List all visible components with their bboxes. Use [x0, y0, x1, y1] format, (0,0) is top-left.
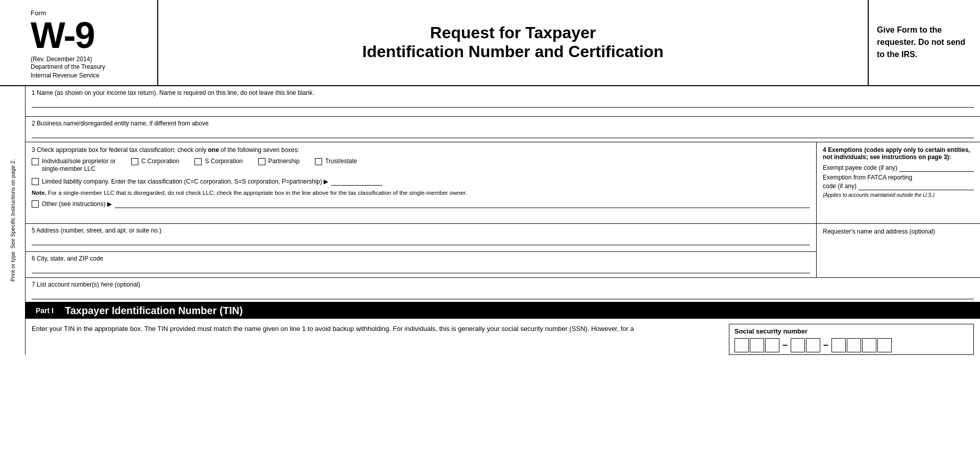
- field5-input[interactable]: [32, 235, 810, 245]
- field1-row: 1 Name (as shown on your income tax retu…: [26, 86, 980, 117]
- form-body: See Specific Instructions on page 2. Pri…: [0, 86, 980, 355]
- side-label-inner: See Specific Instructions on page 2. Pri…: [10, 159, 16, 282]
- note-content: For a single-member LLC that is disregar…: [48, 190, 467, 196]
- side-label-text1: See Specific Instructions on page 2.: [10, 159, 16, 249]
- part1-intro: Enter your TIN in the appropriate box. T…: [32, 324, 719, 355]
- requester-box: Requester's name and address (optional): [817, 224, 980, 277]
- ssn-cell-4[interactable]: [791, 338, 805, 352]
- classification-row: 3 Check appropriate box for federal tax …: [26, 142, 980, 224]
- ssn-cell-3[interactable]: [765, 338, 779, 352]
- ssn-dash2: –: [822, 340, 829, 350]
- field5-label: 5 Address (number, street, and apt. or s…: [32, 227, 810, 234]
- form-fields: 1 Name (as shown on your income tax retu…: [26, 86, 980, 355]
- field6-label: 6 City, state, and ZIP code: [32, 255, 810, 262]
- field7-input[interactable]: [32, 289, 974, 299]
- form-header: Form W-9 (Rev. December 2014) Department…: [0, 0, 980, 86]
- ssn-cell-1[interactable]: [734, 338, 749, 352]
- field3-label: 3 Check appropriate box for federal tax …: [32, 146, 810, 153]
- llc-input[interactable]: [331, 177, 382, 186]
- field6-row: 6 City, state, and ZIP code: [26, 252, 816, 277]
- w9-form: Form W-9 (Rev. December 2014) Department…: [0, 0, 980, 355]
- ssn-segment1: [734, 338, 779, 352]
- ssn-cell-7[interactable]: [847, 338, 861, 352]
- field6-input[interactable]: [32, 263, 810, 273]
- header-center: Request for Taxpayer Identification Numb…: [158, 0, 868, 85]
- classification-left: 3 Check appropriate box for federal tax …: [26, 142, 817, 223]
- other-row: Other (see instructions) ▶: [32, 200, 810, 208]
- field5-row: 5 Address (number, street, and apt. or s…: [26, 224, 816, 252]
- checkbox-partnership-label: Partnership: [268, 158, 300, 166]
- field1-input[interactable]: [32, 97, 974, 108]
- checkbox-scorp: S Corporation: [194, 158, 242, 166]
- ssn-cell-2[interactable]: [750, 338, 764, 352]
- checkbox-trust: Trust/estate: [315, 158, 357, 166]
- checkbox-ccorp-label: C Corporation: [141, 158, 180, 166]
- ssn-segment2: [791, 338, 820, 352]
- form-rev: (Rev. December 2014): [31, 56, 147, 63]
- field7-row: 7 List account number(s) here (optional): [26, 277, 980, 303]
- checkbox-trust-box[interactable]: [315, 158, 322, 165]
- other-label: Other (see instructions) ▶: [42, 200, 112, 208]
- exemptions-label: 4 Exemptions (codes apply only to certai…: [823, 146, 974, 161]
- ssn-inputs: – –: [734, 338, 968, 352]
- checkbox-other-box[interactable]: [32, 200, 39, 208]
- other-input[interactable]: [115, 200, 810, 208]
- ssn-segment3: [831, 338, 892, 352]
- ssn-cell-8[interactable]: [862, 338, 876, 352]
- ssn-dash1: –: [781, 340, 789, 350]
- part1-label: Part I: [32, 305, 58, 316]
- checkbox-individual: Individual/sole proprietor orsingle-memb…: [32, 158, 116, 173]
- ssn-label: Social security number: [734, 327, 968, 335]
- exempt-payee-input[interactable]: [899, 164, 974, 172]
- checkbox-individual-box[interactable]: [32, 158, 39, 165]
- side-label: See Specific Instructions on page 2. Pri…: [0, 86, 26, 355]
- checkbox-partnership: Partnership: [258, 158, 300, 166]
- address-left: 5 Address (number, street, and apt. or s…: [26, 224, 817, 277]
- ssn-box: Social security number – –: [729, 324, 974, 355]
- form-dept1: Department of the Treasury: [31, 63, 147, 71]
- checkbox-individual-label: Individual/sole proprietor orsingle-memb…: [42, 158, 116, 173]
- header-title-line1: Request for Taxpayer: [430, 23, 596, 42]
- checkbox-partnership-box[interactable]: [258, 158, 265, 165]
- fatca-input[interactable]: [859, 182, 974, 190]
- exempt-payee-row: Exempt payee code (if any): [823, 164, 974, 172]
- part1-body: Enter your TIN in the appropriate box. T…: [26, 319, 980, 355]
- llc-row: Limited liability company. Enter the tax…: [32, 177, 810, 186]
- requester-label: Requester's name and address (optional): [823, 228, 974, 235]
- ssn-cell-9[interactable]: [877, 338, 892, 352]
- header-right-text: Give Form to the requester. Do not send …: [877, 24, 972, 61]
- checkbox-scorp-box[interactable]: [194, 158, 202, 165]
- checkbox-row1: Individual/sole proprietor orsingle-memb…: [32, 158, 810, 173]
- field2-label: 2 Business name/disregarded entity name,…: [32, 120, 974, 127]
- checkbox-ccorp: C Corporation: [131, 158, 180, 166]
- header-right: Give Form to the requester. Do not send …: [868, 0, 980, 85]
- field7-label: 7 List account number(s) here (optional): [32, 281, 974, 288]
- header-left: Form W-9 (Rev. December 2014) Department…: [0, 0, 158, 85]
- classification-right: 4 Exemptions (codes apply only to certai…: [817, 142, 980, 223]
- part1-intro-text: Enter your TIN in the appropriate box. T…: [32, 325, 634, 332]
- checkbox-trust-label: Trust/estate: [325, 158, 357, 166]
- exempt-payee-label: Exempt payee code (if any): [823, 164, 897, 171]
- checkbox-ccorp-box[interactable]: [131, 158, 138, 165]
- ssn-cell-6[interactable]: [831, 338, 846, 352]
- form-dept2: Internal Revenue Service: [31, 71, 147, 80]
- address-section: 5 Address (number, street, and apt. or s…: [26, 224, 980, 277]
- note-bold: Note.: [32, 190, 46, 196]
- fatca-note: (Applies to accounts maintained outside …: [823, 192, 974, 198]
- checkbox-scorp-label: S Corporation: [205, 158, 242, 166]
- ssn-cell-5[interactable]: [806, 338, 820, 352]
- side-label-text2: Print or type: [10, 251, 16, 281]
- checkbox-llc-box[interactable]: [32, 178, 39, 185]
- part1-title: Taxpayer Identification Number (TIN): [65, 305, 243, 317]
- field2-input[interactable]: [32, 128, 974, 138]
- field2-row: 2 Business name/disregarded entity name,…: [26, 117, 980, 142]
- header-title-line2: Identification Number and Certification: [362, 42, 664, 61]
- fatca-row: code (if any): [823, 182, 974, 190]
- form-number: W-9: [31, 17, 147, 54]
- part1-header: Part I Taxpayer Identification Number (T…: [26, 303, 980, 319]
- note-text: Note. For a single-member LLC that is di…: [32, 189, 810, 197]
- fatca-label2: code (if any): [823, 183, 856, 190]
- llc-label: Limited liability company. Enter the tax…: [42, 178, 328, 185]
- field1-label: 1 Name (as shown on your income tax retu…: [32, 89, 974, 96]
- fatca-label1: Exemption from FATCA reporting: [823, 174, 974, 181]
